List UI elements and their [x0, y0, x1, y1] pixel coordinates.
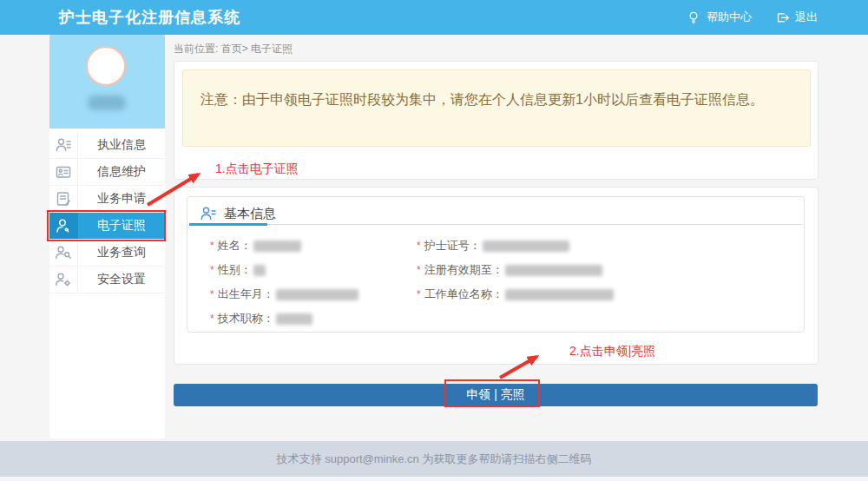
field-value-redacted [483, 240, 569, 252]
sidebar-item-security-settings[interactable]: 安全设置 [49, 267, 165, 293]
person-search-icon [49, 240, 78, 266]
sidebar-item-practice-info[interactable]: 执业信息 [49, 132, 165, 159]
field-gender: * 性别： [210, 262, 417, 278]
field-value-redacted [276, 313, 312, 325]
basic-info-panel: 基本信息 * 姓名： * 护士证号： * 性别： [174, 187, 819, 365]
field-work-unit: * 工作单位名称： [417, 287, 804, 302]
lightbulb-icon [686, 10, 701, 25]
field-label: 注册有效期至： [424, 262, 503, 278]
required-mark: * [417, 264, 421, 276]
sidebar-item-label: 安全设置 [78, 267, 165, 293]
app-title: 护士电子化注册信息系统 [59, 7, 240, 28]
field-value-redacted [505, 289, 614, 300]
sidebar-item-info-maintenance[interactable]: 信息维护 [49, 159, 165, 186]
basic-info-header: 基本信息 [189, 197, 802, 225]
logout-icon [774, 10, 790, 25]
field-label: 姓名： [218, 238, 252, 254]
title-underline [189, 223, 267, 226]
field-nurse-cert-no: * 护士证号： [417, 238, 804, 254]
field-label: 技术职称： [218, 311, 274, 326]
sidebar-menu: 执业信息 信息维护 业务申请 电子证照 业务查询 [49, 128, 165, 438]
header-actions: 帮助中心 退出 [686, 0, 818, 35]
logout-link[interactable]: 退出 [774, 10, 818, 25]
person-gear-icon [49, 267, 78, 293]
person-lines-icon [49, 132, 78, 158]
required-mark: * [210, 240, 214, 252]
apply-button-label: 申领 | 亮照 [466, 387, 524, 403]
user-name-redacted [88, 96, 126, 110]
basic-info-fields: * 姓名： * 护士证号： * 性别： * 注册有效期至： [187, 225, 804, 331]
annotation-step1-text: 1.点击电子证照 [215, 161, 299, 177]
basic-info-title: 基本信息 [224, 206, 276, 222]
help-center-link[interactable]: 帮助中心 [686, 10, 752, 25]
breadcrumb-separator: > [242, 43, 248, 55]
sidebar-item-label: 业务申请 [78, 186, 165, 212]
breadcrumb-home[interactable]: 首页 [221, 43, 242, 55]
sidebar-item-label: 电子证照 [78, 213, 165, 239]
document-edit-icon [49, 186, 78, 212]
help-center-label: 帮助中心 [707, 10, 752, 25]
sidebar-item-label: 业务查询 [78, 240, 165, 266]
page-footer: 技术支持 support@minke.cn 为获取更多帮助请扫描右侧二维码 [0, 441, 868, 477]
field-label: 工作单位名称： [424, 287, 503, 302]
field-label: 性别： [218, 262, 252, 278]
annotation-step2-text: 2.点击申领|亮照 [569, 344, 655, 359]
sidebar-item-business-apply[interactable]: 业务申请 [49, 186, 165, 213]
field-registration-valid-until: * 注册有效期至： [417, 262, 804, 278]
sidebar-item-business-query[interactable]: 业务查询 [49, 240, 165, 267]
required-mark: * [417, 288, 421, 300]
field-value-redacted [276, 289, 358, 300]
sidebar-item-label: 执业信息 [78, 132, 165, 158]
id-card-icon [49, 159, 78, 185]
field-value-redacted [505, 265, 602, 276]
required-mark: * [417, 240, 421, 252]
apply-show-certificate-button[interactable]: 申领 | 亮照 [174, 384, 818, 406]
footer-bottom-strip [0, 477, 868, 481]
required-mark: * [210, 288, 214, 300]
breadcrumb: 当前位置: 首页> 电子证照 [174, 42, 293, 56]
field-value-redacted [253, 240, 301, 252]
field-technical-title: * 技术职称： [210, 311, 417, 326]
breadcrumb-current: 电子证照 [251, 43, 293, 55]
footer-text: 技术支持 support@minke.cn 为获取更多帮助请扫描右侧二维码 [277, 451, 592, 467]
breadcrumb-prefix: 当前位置: [174, 43, 218, 55]
nurse-registration-page: 护士电子化注册信息系统 帮助中心 退出 执业信息 [0, 0, 868, 481]
logout-label: 退出 [795, 10, 818, 25]
field-value-redacted [253, 265, 266, 276]
sidebar-item-electronic-certificate[interactable]: 电子证照 [49, 213, 165, 240]
app-header: 护士电子化注册信息系统 帮助中心 退出 [0, 0, 868, 35]
required-mark: * [210, 264, 214, 276]
notice-message: 注意：由于申领电子证照时段较为集中，请您在个人信息更新1小时以后查看电子证照信息… [182, 69, 811, 147]
field-label: 出生年月： [218, 287, 274, 302]
basic-info-card: 基本信息 * 姓名： * 护士证号： * 性别： [187, 196, 805, 333]
avatar [86, 46, 126, 86]
sidebar-item-label: 信息维护 [78, 159, 165, 185]
profile-box [49, 35, 165, 128]
field-name: * 姓名： [210, 238, 417, 254]
field-label: 护士证号： [424, 238, 481, 254]
field-birth-date: * 出生年月： [210, 287, 417, 302]
required-mark: * [210, 313, 214, 325]
person-badge-icon [49, 213, 78, 239]
